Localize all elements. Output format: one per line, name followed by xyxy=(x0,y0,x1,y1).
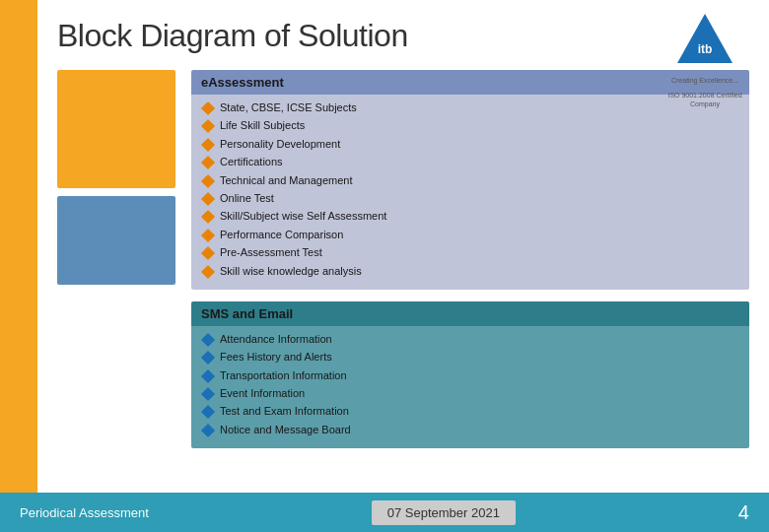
list-item: Transportation Information xyxy=(201,368,739,383)
list-item: Performance Comparison xyxy=(201,228,739,242)
list-item-text: Transportation Information xyxy=(220,368,347,383)
list-item-text: Performance Comparison xyxy=(220,228,343,242)
logo-icon: itb xyxy=(675,12,734,66)
list-item-text: Online Test xyxy=(220,191,274,206)
list-item-text: Certifications xyxy=(220,155,283,169)
list-item-text: Pre-Assessment Test xyxy=(220,245,322,260)
list-item: Pre-Assessment Test xyxy=(201,245,739,260)
list-item-text: Skill/Subject wise Self Assessment xyxy=(220,209,386,224)
list-item-text: Notice and Message Board xyxy=(220,423,351,437)
list-item: State, CBSE, ICSE Subjects xyxy=(201,100,739,115)
bullet-icon xyxy=(201,351,215,365)
list-item-text: State, CBSE, ICSE Subjects xyxy=(220,100,357,115)
eassessment-body: State, CBSE, ICSE Subjects Life Skill Su… xyxy=(191,95,749,290)
bullet-icon xyxy=(201,229,215,242)
bullet-icon xyxy=(201,138,215,152)
list-item: Personality Development xyxy=(201,137,739,152)
svg-text:itb: itb xyxy=(698,42,713,56)
bullet-icon xyxy=(201,387,215,401)
list-item: Notice and Message Board xyxy=(201,423,739,437)
list-item: Technical and Management xyxy=(201,173,739,188)
left-column xyxy=(57,70,175,448)
logo-tagline: Creating Excellence... xyxy=(661,76,749,85)
left-blue-box xyxy=(57,196,175,285)
list-item: Skill wise knowledge analysis xyxy=(201,264,739,279)
list-item: Skill/Subject wise Self Assessment xyxy=(201,209,739,224)
list-item-text: Test and Exam Information xyxy=(220,404,349,419)
list-item: Fees History and Alerts xyxy=(201,350,739,365)
bullet-icon xyxy=(201,101,215,115)
right-column: eAssessment State, CBSE, ICSE Subjects L… xyxy=(191,70,749,448)
list-item: Test and Exam Information xyxy=(201,404,739,419)
bullet-icon xyxy=(201,210,215,224)
list-item-text: Life Skill Subjects xyxy=(220,118,305,133)
list-item-text: Personality Development xyxy=(220,137,340,152)
list-item-text: Technical and Management xyxy=(220,173,353,188)
list-item-text: Fees History and Alerts xyxy=(220,350,332,365)
bullet-icon xyxy=(201,369,215,383)
left-orange-bar xyxy=(0,0,37,532)
list-item: Certifications xyxy=(201,155,739,169)
main-content: itb Creating Excellence... ISO 9001:2008… xyxy=(37,0,769,493)
bullet-icon xyxy=(201,405,215,419)
left-orange-box xyxy=(57,70,175,188)
bullet-icon xyxy=(201,246,215,260)
logo-certified: ISO 9001:2008 Certified Company xyxy=(661,91,749,108)
logo-area: itb Creating Excellence... ISO 9001:2008… xyxy=(661,12,749,108)
footer-label: Periodical Assessment xyxy=(20,505,149,520)
bullet-icon xyxy=(201,156,215,169)
footer-date: 07 September 2021 xyxy=(372,500,516,525)
list-item-text: Skill wise knowledge analysis xyxy=(220,264,362,279)
sms-section: SMS and Email Attendance Information Fee… xyxy=(191,301,749,448)
list-item: Attendance Information xyxy=(201,332,739,347)
bullet-icon xyxy=(201,192,215,206)
sms-header: SMS and Email xyxy=(191,301,749,326)
list-item-text: Attendance Information xyxy=(220,332,332,347)
footer: Periodical Assessment 07 September 2021 … xyxy=(0,493,769,532)
list-item: Event Information xyxy=(201,386,739,401)
footer-page-number: 4 xyxy=(738,501,749,524)
list-item-text: Event Information xyxy=(220,386,305,401)
content-columns: eAssessment State, CBSE, ICSE Subjects L… xyxy=(57,70,749,448)
bullet-icon xyxy=(201,333,215,347)
bullet-icon xyxy=(201,119,215,133)
bullet-icon xyxy=(201,265,215,279)
list-item: Life Skill Subjects xyxy=(201,118,739,133)
page-title: Block Diagram of Solution xyxy=(57,18,749,54)
bullet-icon xyxy=(201,424,215,437)
sms-body: Attendance Information Fees History and … xyxy=(191,326,749,448)
bullet-icon xyxy=(201,174,215,188)
list-item: Online Test xyxy=(201,191,739,206)
